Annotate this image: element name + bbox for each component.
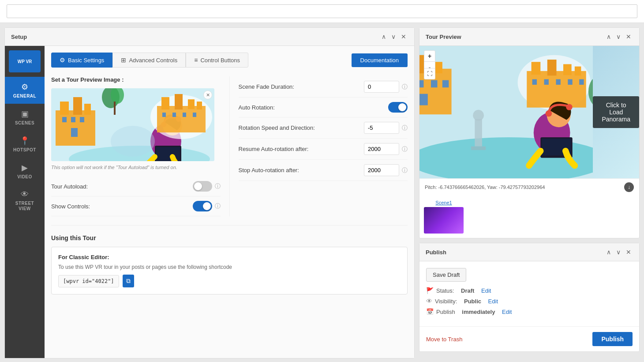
visibility-label: Visibility: <box>435 298 457 305</box>
stop-rotation-input[interactable] <box>364 164 399 176</box>
panorama-load-overlay[interactable]: Click toLoadPanorama <box>593 96 639 128</box>
show-controls-info-icon[interactable]: ⓘ <box>215 202 221 210</box>
rotation-speed-label: Rotation Speed and Direction: <box>239 124 315 131</box>
show-controls-label: Show Controls: <box>51 203 90 210</box>
scene-name-link[interactable]: Scene1 <box>435 200 452 205</box>
publish-collapse-down[interactable]: ∨ <box>614 248 622 256</box>
svg-rect-40 <box>568 79 572 85</box>
auto-rotation-toggle[interactable] <box>388 102 408 113</box>
svg-rect-49 <box>442 80 449 88</box>
svg-rect-37 <box>532 79 537 85</box>
page-title-input[interactable]: City at Night - Virtual Tour <box>7 4 637 18</box>
scene-fade-info-icon[interactable]: ⓘ <box>402 83 408 91</box>
svg-rect-13 <box>71 117 75 122</box>
wp-vr-logo: WP VR <box>9 50 41 72</box>
show-controls-toggle[interactable] <box>193 201 212 211</box>
editor-desc: To use this WP VR tour in your posts or … <box>58 264 401 270</box>
sidebar-label-hotspot: HOTSPOT <box>13 147 36 152</box>
sidebar-item-general[interactable]: ⚙ GENERAL <box>5 77 45 104</box>
scene-item[interactable]: Scene1 <box>424 200 464 234</box>
sidebar-item-video[interactable]: ▶ VIDEO <box>5 158 45 185</box>
svg-point-59 <box>473 110 484 121</box>
resume-rotation-info-icon[interactable]: ⓘ <box>402 145 408 153</box>
tab-control-buttons[interactable]: ≡ Control Buttons <box>186 53 248 68</box>
svg-rect-35 <box>563 64 572 75</box>
svg-rect-50 <box>419 94 428 106</box>
documentation-button[interactable]: Documentation <box>352 53 408 67</box>
tour-autoload-label: Tour Autoload: <box>51 183 88 190</box>
tab-advanced-label: Advanced Controls <box>129 57 177 64</box>
status-row: 🚩 Status: Draft Edit <box>426 287 633 294</box>
sidebar-item-streetview[interactable]: 👁 STREETVIEW <box>5 185 45 217</box>
status-value: Draft <box>461 287 474 294</box>
publish-collapse-up[interactable]: ∧ <box>605 248 613 256</box>
publish-panel-title: Publish <box>426 249 446 256</box>
tab-basic-settings[interactable]: ⚙ Basic Settings <box>51 53 112 68</box>
save-draft-button[interactable]: Save Draft <box>426 268 466 282</box>
zoom-in-button[interactable]: + <box>424 50 435 62</box>
scene-fade-input[interactable] <box>364 81 399 93</box>
preview-image-close[interactable]: ✕ <box>203 90 212 99</box>
fullscreen-button[interactable]: ⛶ <box>424 68 435 79</box>
download-button[interactable]: ↓ <box>624 182 634 192</box>
svg-rect-28 <box>114 102 116 115</box>
control-tab-icon: ≡ <box>194 57 198 64</box>
tab-advanced-controls[interactable]: ⊞ Advanced Controls <box>112 53 186 68</box>
svg-rect-47 <box>419 80 423 88</box>
svg-rect-60 <box>471 147 486 150</box>
sidebar-item-hotspot[interactable]: 📍 HOTSPOT <box>5 131 45 158</box>
sidebar-label-video: VIDEO <box>17 174 32 179</box>
svg-rect-36 <box>575 67 581 76</box>
copy-shortcode-button[interactable]: ⧉ <box>123 275 134 287</box>
svg-rect-20 <box>188 99 195 109</box>
visibility-row: 👁 Visibility: Public Edit <box>426 298 633 305</box>
editor-title: For Classic Editor: <box>58 254 401 260</box>
setup-collapse-up[interactable]: ∧ <box>380 32 388 41</box>
svg-rect-22 <box>162 113 166 117</box>
advanced-tab-icon: ⊞ <box>121 57 126 64</box>
svg-rect-24 <box>183 113 186 117</box>
status-edit-link[interactable]: Edit <box>481 287 491 294</box>
setup-close[interactable]: ✕ <box>399 32 408 41</box>
publish-button[interactable]: Publish <box>592 332 633 346</box>
using-tour-title: Using this Tour <box>51 234 408 241</box>
sidebar-label-streetview: STREETVIEW <box>15 201 34 211</box>
publish-time-edit-link[interactable]: Edit <box>502 309 512 315</box>
preview-collapse-down[interactable]: ∨ <box>614 32 622 41</box>
svg-rect-33 <box>532 62 541 75</box>
tour-autoload-info-icon[interactable]: ⓘ <box>215 182 221 190</box>
preview-note: This option will not work if the "Tour A… <box>51 165 221 170</box>
svg-point-55 <box>566 104 572 110</box>
tour-preview-image[interactable]: Click toLoadPanorama + - ⛶ <box>419 46 639 178</box>
svg-rect-11 <box>84 104 91 115</box>
svg-rect-21 <box>197 102 202 109</box>
resume-rotation-input[interactable] <box>364 143 399 155</box>
gear-icon: ⚙ <box>21 82 28 92</box>
svg-rect-39 <box>556 79 560 85</box>
video-icon: ▶ <box>22 163 28 173</box>
svg-rect-38 <box>544 79 549 85</box>
status-icon: 🚩 <box>426 287 434 294</box>
preview-collapse-up[interactable]: ∧ <box>605 32 613 41</box>
resume-rotation-label: Resume Auto-rotation after: <box>239 146 309 152</box>
resume-rotation-row: Resume Auto-rotation after: ⓘ <box>239 139 408 160</box>
scene-thumbnail[interactable] <box>424 207 464 234</box>
stop-rotation-info-icon[interactable]: ⓘ <box>402 166 408 174</box>
visibility-edit-link[interactable]: Edit <box>488 298 498 305</box>
visibility-value: Public <box>464 298 481 305</box>
rotation-speed-info-icon[interactable]: ⓘ <box>402 124 408 132</box>
svg-rect-7 <box>156 147 180 161</box>
tour-autoload-toggle[interactable] <box>193 181 212 192</box>
pitch-yaw-text: Pitch: -6.743766665462026, Yaw: -79.4275… <box>425 185 545 190</box>
move-to-trash-link[interactable]: Move to Trash <box>426 336 462 343</box>
setup-collapse-down[interactable]: ∨ <box>389 32 397 41</box>
sidebar-item-scenes[interactable]: ▣ SCENES <box>5 104 45 131</box>
auto-rotation-row: Auto Rotation: <box>239 98 408 117</box>
tour-preview-svg <box>419 46 593 178</box>
hotspot-icon: 📍 <box>20 136 30 146</box>
rotation-speed-input[interactable] <box>364 122 399 134</box>
publish-close[interactable]: ✕ <box>624 248 633 256</box>
svg-rect-34 <box>547 60 557 75</box>
preview-close[interactable]: ✕ <box>624 32 633 41</box>
stop-rotation-row: Stop Auto-rotation after: ⓘ <box>239 160 408 181</box>
